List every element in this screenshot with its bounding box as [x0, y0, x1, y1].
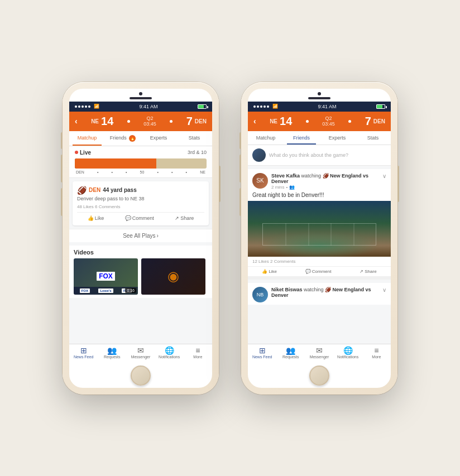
post1-share-btn[interactable]: ↗ Share [360, 269, 376, 274]
lowes-logo: Lowe's [98, 289, 113, 293]
comment-button[interactable]: 💬 Comment [125, 215, 154, 221]
score-header-right: ‹ NE 14 Q2 03:45 7 DEN [248, 112, 391, 131]
nav-news-feed-right[interactable]: ⊞ News Feed [251, 347, 274, 359]
football-icon: 🏈 [77, 186, 87, 195]
post1-meta: Steve Kafka watching 🏈 New England vs De… [271, 173, 379, 190]
play-card: 🏈 DEN 44 yard pass Denver deep pass to t… [73, 181, 209, 225]
video-content-2: ◉ [141, 258, 205, 295]
score-sep2-right [348, 120, 351, 123]
nav-more-right[interactable]: ≡ More [365, 347, 387, 359]
video-thumb-1[interactable]: FOX FOX Lowe's FOX 0:16 [74, 258, 138, 295]
nav-requests-left[interactable]: 👥 Requests [101, 347, 123, 359]
like-button[interactable]: 👍 Like [88, 215, 104, 221]
nav-notifications-left[interactable]: 🌐 Notifications [158, 347, 180, 359]
nav-notifications-right[interactable]: 🌐 Notifications [337, 347, 359, 359]
team1-score-left: NE 14 [91, 115, 113, 128]
expand-icon-2[interactable]: ∨ [382, 287, 386, 293]
requests-icon-right: 👥 [286, 347, 295, 354]
post2-avatar: NB [252, 287, 268, 302]
left-screen: 📶 9:41 AM ‹ NE 14 Q2 03 [69, 89, 212, 388]
news-feed-icon: ⊞ [80, 347, 87, 354]
tabs-left: Matchup Friends 🔥 Experts Stats [69, 131, 212, 146]
live-dot [75, 151, 78, 154]
tab-stats-left[interactable]: Stats [176, 131, 212, 146]
quarter-info-right: Q2 03:45 [322, 116, 335, 127]
post1-header: SK Steve Kafka watching 🏈 New England vs… [248, 169, 391, 192]
team1-abbr-left: NE [91, 118, 99, 124]
score-sep1-right [306, 120, 309, 123]
post-input-area: What do you think about the game? [248, 145, 391, 166]
videos-title: Videos [74, 249, 208, 256]
expand-icon-1[interactable]: ∨ [382, 173, 386, 179]
stadium-light-icon: ◉ [167, 268, 179, 284]
signal-dots-left: 📶 [75, 104, 99, 109]
post2-author: Niket Biswas watching 🏈 New England vs D… [271, 287, 379, 298]
tabs-right: Matchup Friends Experts Stats [248, 131, 391, 145]
fox-logo-1: FOX [97, 272, 115, 281]
post-placeholder[interactable]: What do you think about the game? [269, 152, 348, 158]
tab-experts-left[interactable]: Experts [141, 131, 176, 146]
wifi-icon-right: 📶 [272, 104, 278, 109]
play-stats: 48 Likes 6 Comments [77, 204, 204, 209]
post2-meta: Niket Biswas watching 🏈 New England vs D… [271, 287, 379, 298]
field-progress [75, 158, 156, 169]
nav-news-feed-left[interactable]: ⊞ News Feed [73, 347, 95, 359]
play-actions: 👍 Like 💬 Comment ↗ Share [77, 212, 204, 221]
time-left: 9:41 AM [139, 104, 157, 109]
post-card-2: NB Niket Biswas watching 🏈 New England v… [248, 283, 391, 305]
status-bar-right: 📶 9:41 AM [248, 102, 391, 112]
nav-requests-right[interactable]: 👥 Requests [280, 347, 302, 359]
video-thumbs: FOX FOX Lowe's FOX 0:16 [74, 258, 208, 295]
tab-experts-right[interactable]: Experts [319, 131, 355, 145]
tab-stats-right[interactable]: Stats [355, 131, 391, 145]
tab-friends-right[interactable]: Friends [284, 131, 319, 145]
play-title: 🏈 DEN 44 yard pass [77, 186, 204, 195]
back-arrow-left[interactable]: ‹ [75, 117, 78, 126]
post1-comment-btn[interactable]: 💬 Comment [305, 269, 332, 274]
video-thumb-2[interactable]: ◉ [141, 258, 205, 295]
home-button-right[interactable] [309, 366, 329, 386]
bottom-nav-right: ⊞ News Feed 👥 Requests ✉ Messenger 🌐 Not… [248, 344, 391, 361]
messenger-icon-right: ✉ [316, 347, 323, 354]
home-button-left[interactable] [131, 366, 151, 386]
bottom-nav-left: ⊞ News Feed 👥 Requests ✉ Messenger 🌐 Not… [69, 344, 212, 361]
live-row: Live 3rd & 10 [75, 150, 207, 156]
score-separator2-left [170, 120, 172, 123]
phone-top-right [248, 89, 391, 102]
post1-image [248, 201, 391, 257]
comment-icon-1: 💬 [305, 269, 311, 274]
field-arrow [150, 158, 156, 169]
live-label: Live [75, 150, 91, 156]
field-bar [75, 158, 207, 169]
nav-messenger-right[interactable]: ✉ Messenger [308, 347, 330, 359]
see-all-plays[interactable]: See All Plays › [69, 229, 212, 242]
team2-score-num-right: 7 [365, 115, 371, 128]
tab-matchup-right[interactable]: Matchup [248, 131, 284, 145]
messenger-icon: ✉ [137, 347, 144, 354]
more-icon: ≡ [195, 347, 200, 354]
share-icon-1: ↗ [360, 269, 363, 274]
signal-dots-right: 📶 [253, 104, 278, 109]
nav-more-left[interactable]: ≡ More [186, 347, 209, 359]
nav-messenger-left[interactable]: ✉ Messenger [130, 347, 152, 359]
user-avatar [252, 148, 266, 162]
share-button[interactable]: ↗ Share [175, 215, 194, 221]
chevron-right-icon: › [157, 233, 159, 239]
back-arrow-right[interactable]: ‹ [253, 117, 256, 126]
notifications-icon: 🌐 [165, 347, 174, 354]
score-separator-left [127, 120, 130, 123]
tab-matchup-left[interactable]: Matchup [69, 131, 105, 146]
phone-top-left [69, 89, 212, 102]
team1-score-num-right: 14 [280, 115, 292, 128]
videos-section: Videos FOX FOX Lowe's FOX [69, 246, 212, 298]
phones-container: 📶 9:41 AM ‹ NE 14 Q2 03 [40, 60, 420, 417]
comment-icon: 💬 [125, 215, 131, 221]
tab-friends-left[interactable]: Friends 🔥 [105, 131, 141, 146]
post2-header: NB Niket Biswas watching 🏈 New England v… [248, 283, 391, 305]
video-duration-1: 0:16 [125, 288, 136, 293]
quarter-info-left: Q2 03:45 [143, 116, 156, 127]
battery-icon-left [198, 104, 207, 109]
team2-score-right: 7 DEN [365, 115, 385, 128]
audience-icon: 👥 [289, 185, 295, 190]
post1-like-btn[interactable]: 👍 Like [262, 269, 277, 274]
